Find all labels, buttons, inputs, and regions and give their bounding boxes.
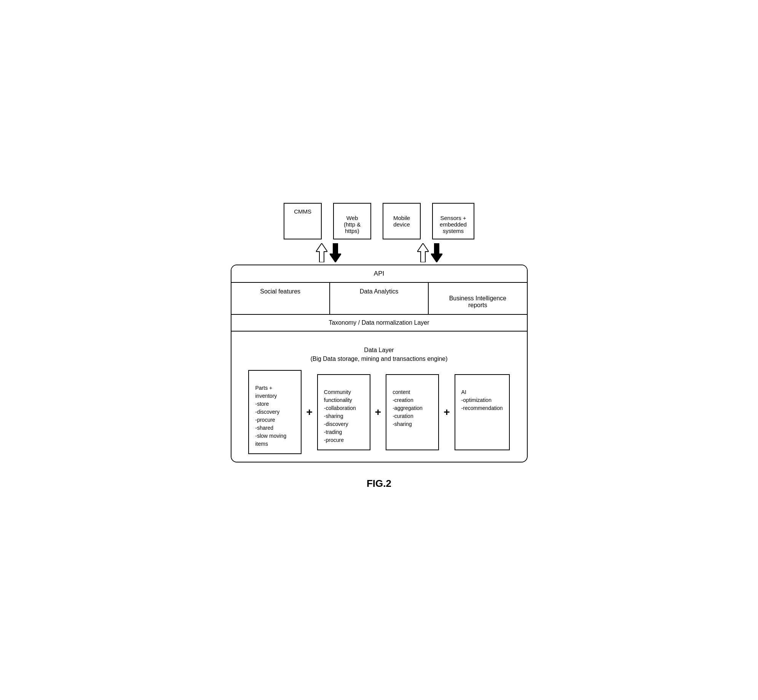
svg-marker-0 — [316, 243, 327, 262]
middle-row: Social features Data Analytics Business … — [231, 283, 527, 315]
data-layer-title: Data Layer (Big Data storage, mining and… — [239, 338, 519, 363]
content-box: content -creation -aggregation -curation… — [386, 374, 439, 450]
social-features-cell: Social features — [231, 283, 330, 314]
taxonomy-layer: Taxonomy / Data normalization Layer — [231, 315, 527, 332]
ai-box: AI -optimization -recommendation — [455, 374, 510, 450]
parts-box: Parts + inventory -store -discovery -pro… — [248, 370, 302, 454]
sources-row: CMMS Web (http & https) Mobile device Se… — [231, 203, 528, 239]
data-analytics-cell: Data Analytics — [330, 283, 429, 314]
down-arrow-left — [330, 243, 341, 262]
community-box: Community functionality -collaboration -… — [317, 374, 370, 450]
page-container: CMMS Web (http & https) Mobile device Se… — [208, 188, 551, 512]
api-layer: API — [231, 265, 527, 283]
svg-marker-3 — [431, 243, 442, 262]
source-sensors: Sensors + embedded systems — [432, 203, 474, 239]
source-cmms: CMMS — [284, 203, 322, 239]
arrow-pair-right — [417, 243, 442, 262]
plus-1: + — [305, 406, 314, 418]
arrow-pair-left — [316, 243, 341, 262]
arrows-area — [231, 243, 528, 262]
up-arrow-left — [316, 243, 327, 262]
layers-container: API Social features Data Analytics Busin… — [231, 265, 528, 462]
down-arrow-right — [431, 243, 442, 262]
up-arrow-right — [417, 243, 429, 262]
source-mobile: Mobile device — [383, 203, 421, 239]
svg-marker-1 — [330, 243, 341, 262]
source-web: Web (http & https) — [333, 203, 371, 239]
figure-caption: FIG.2 — [231, 478, 528, 490]
plus-3: + — [442, 406, 451, 418]
bi-reports-cell: Business Intelligence reports — [429, 283, 527, 314]
data-boxes-row: Parts + inventory -store -discovery -pro… — [239, 370, 519, 454]
svg-marker-2 — [417, 243, 429, 262]
data-layer-outer: Data Layer (Big Data storage, mining and… — [231, 332, 527, 462]
plus-2: + — [373, 406, 383, 418]
